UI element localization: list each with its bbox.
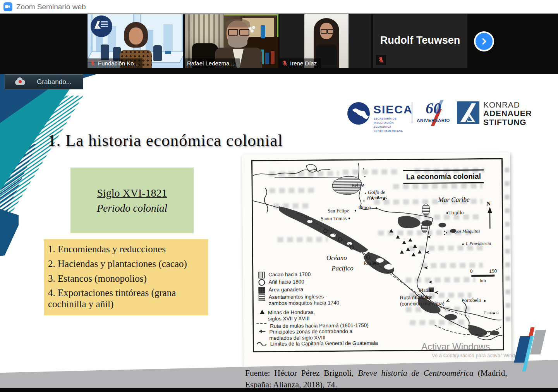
scale-unit: km xyxy=(480,278,486,283)
label-golfo-2: Honduras xyxy=(367,195,387,200)
topic-item: 2. Haciendas y plantaciones (cacao) xyxy=(48,258,204,270)
logo-divider xyxy=(412,102,412,123)
participant-name-label: Rafael Ledezma ... xyxy=(185,58,240,68)
legend-text: Añil hacia 1800 xyxy=(268,279,304,285)
kas-line1: KONRAD xyxy=(483,101,532,109)
slide-title: 1. La historia económica colonial xyxy=(48,131,283,150)
anniversary-number: 60 xyxy=(417,99,450,117)
participant-name: Irene Díaz xyxy=(290,60,317,67)
sieca-subtitle-2: ECONÓMICA CENTROAMERICANA xyxy=(374,125,403,133)
sixty-anniversary-logo: 60 ANIVERSARIO xyxy=(417,99,450,123)
participant-name-label: Irene Díaz xyxy=(280,58,321,68)
next-participants-button[interactable] xyxy=(476,33,493,50)
participant-tile-irene[interactable]: Irene Díaz xyxy=(280,14,371,68)
topics-box: 1. Encomiendas y reducciones 2. Hacienda… xyxy=(44,239,208,315)
kas-foundation-logo xyxy=(91,15,112,37)
recording-indicator[interactable]: Grabando... xyxy=(5,74,83,89)
source-mid: (Madrid, xyxy=(478,368,507,378)
label-cayos: Cayos Mísquitos xyxy=(450,229,480,234)
zoom-app-icon xyxy=(3,2,12,11)
chevron-right-icon xyxy=(480,37,488,46)
source-citation: Fuente: Héctor Pérez Brignoli, Breve his… xyxy=(245,367,512,390)
kas-line2: ADENAUER xyxy=(483,109,532,118)
mule-route-note: Ruta de mulas (conexión marítima) xyxy=(400,294,445,307)
source-book-title: Breve historia de Centroamérica xyxy=(358,368,474,378)
label-providencia: I. Providencia xyxy=(465,241,491,246)
shared-slide: Grabando... 1. La historia económica col… xyxy=(0,74,558,392)
window-titlebar: Zoom Seminario web xyxy=(0,0,558,14)
recording-label: Grabando... xyxy=(37,78,72,86)
sieca-wordmark: SIECA xyxy=(373,103,413,116)
participant-name: Rafael Ledezma ... xyxy=(187,60,236,67)
kas-stripe-mark xyxy=(512,326,558,380)
legend-text: Minas de Honduras, siglos XVII y XVIII xyxy=(268,309,320,322)
book-spine xyxy=(265,53,269,64)
cloud-recording-icon xyxy=(14,78,27,86)
legend-text: Asentamientos ingleses - zambos mosquito… xyxy=(269,294,343,306)
label-santo-tomas: Santo Tomás xyxy=(321,216,347,222)
label-omoa: Omoa xyxy=(359,204,371,210)
bottom-black-bar xyxy=(0,388,558,392)
legend-text: Principales zonas de contrabando a media… xyxy=(269,328,354,341)
cattle-area-symbol xyxy=(259,287,265,293)
legend-text: Límites de la Capitanía General de Guate… xyxy=(270,340,378,347)
mines-symbol xyxy=(260,310,264,314)
participant-tile-rafael[interactable]: Rafael Ledezma ... xyxy=(185,14,278,68)
muted-mic-icon xyxy=(378,56,384,63)
laptop xyxy=(165,51,171,54)
legend-row: Minas de Honduras, siglos XVII y XVIII xyxy=(260,309,320,322)
legend-text: Cacao hacia 1700 xyxy=(268,271,311,278)
participant-tile-rudolf[interactable]: Rudolf Teuwsen xyxy=(373,14,467,68)
map-title: La economía colonial xyxy=(406,172,481,181)
zoom-webinar-window: Zoom Seminario web xyxy=(0,0,558,392)
topic-item: 3. Estancos (monopolios) xyxy=(48,273,204,284)
activate-windows-watermark-sub: Ve a Configuración para activar Windows xyxy=(432,353,524,358)
anniversary-label: ANIVERSARIO xyxy=(417,118,450,123)
period-box: Siglo XVI-1821 Periodo colonial xyxy=(70,168,194,233)
mule-route-note-line2: (conexión marítima) xyxy=(400,301,445,307)
window-title: Zoom Seminario web xyxy=(16,3,86,11)
sieca-subtitle-1: SECRETARÍA DE INTEGRACIÓN xyxy=(374,117,403,125)
legend-row: Añil hacia 1800 xyxy=(258,279,304,286)
legend-text: Área ganadera xyxy=(269,286,303,293)
mule-route-note-line1: Ruta de mulas xyxy=(400,294,445,301)
label-oceano-1: Océano xyxy=(326,254,347,262)
contraband-symbol xyxy=(259,329,266,334)
legend-row: Asentamientos ingleses - zambos mosquito… xyxy=(259,294,343,307)
kas-line3: STIFTUNG xyxy=(483,118,532,127)
english-settlements-symbol xyxy=(259,294,265,301)
participant-name: Rudolf Teuwsen xyxy=(373,34,467,46)
period-name: Periodo colonial xyxy=(97,202,167,214)
book-page-scan: La economía colonial xyxy=(242,152,512,369)
muted-mic-icon xyxy=(282,60,288,67)
label-realejo: Realejo xyxy=(364,260,379,266)
video-strip: Fundación Ko... xyxy=(0,14,558,74)
mule-route-symbol xyxy=(256,323,266,324)
sieca-globe-icon xyxy=(347,102,370,125)
anil-symbol xyxy=(258,279,265,286)
book-spine xyxy=(271,51,275,64)
participant-name-label: Fundación Ko... xyxy=(88,58,143,68)
legend-row: Área ganadera xyxy=(259,286,303,293)
cacao-symbol xyxy=(258,272,265,278)
label-portobelo: Portobelo xyxy=(462,297,481,303)
muted-mic-icon xyxy=(90,60,96,67)
label-mar-caribe: Mar Caribe xyxy=(438,196,470,204)
label-matina: Matina xyxy=(419,287,433,293)
period-range: Siglo XVI-1821 xyxy=(97,187,167,199)
topic-item: 1. Encomiendas y reducciones xyxy=(48,244,204,255)
kas-a-icon xyxy=(457,101,479,124)
activate-windows-watermark: Activar Windows xyxy=(421,341,490,352)
legend-row: Límites de la Capitanía General de Guate… xyxy=(257,340,378,347)
participant-name: Fundación Ko... xyxy=(98,60,139,67)
skyline-block xyxy=(163,24,173,51)
participant-tile-fundacion[interactable]: Fundación Ko... xyxy=(88,14,183,68)
scale-start: 0 xyxy=(470,269,473,274)
office-chair xyxy=(101,45,109,60)
compass-n: N xyxy=(487,201,491,207)
muted-mic-chip xyxy=(376,55,386,65)
blue-bottle xyxy=(261,25,265,38)
topic-item: 4. Exportaciones tintóreas (grana cochin… xyxy=(48,288,204,310)
label-panama: Panamá xyxy=(484,310,499,315)
label-belice: Belice xyxy=(351,182,364,188)
